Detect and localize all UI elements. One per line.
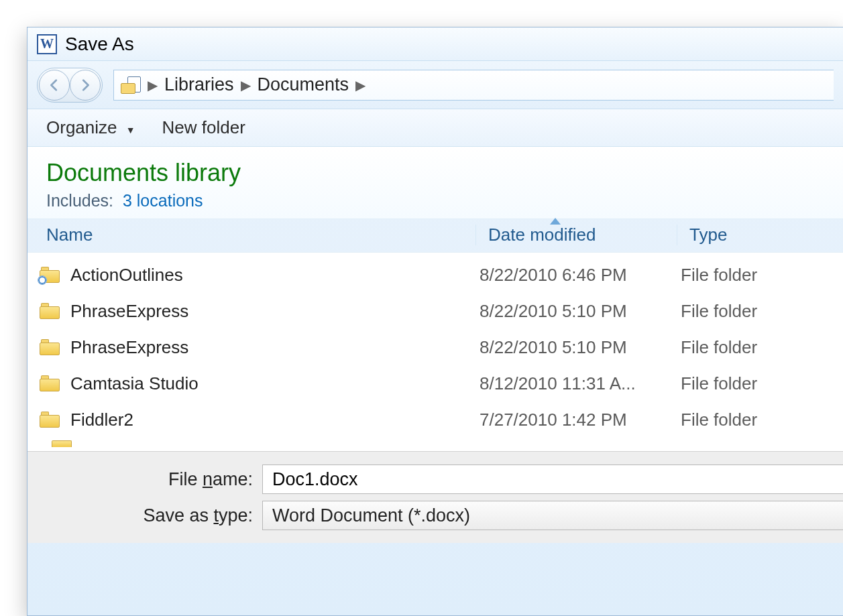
breadcrumb-item[interactable]: Documents xyxy=(258,74,349,95)
sort-ascending-icon xyxy=(550,218,561,225)
save-as-dialog: W Save As ▶ Libraries ▶ Documents ▶ Orga… xyxy=(27,27,843,616)
file-name: ActionOutlines xyxy=(70,265,473,286)
nav-back-button[interactable] xyxy=(39,70,70,101)
file-type: File folder xyxy=(674,337,824,358)
save-form: File name: Save as type: Word Document (… xyxy=(27,451,843,543)
filename-label: File name: xyxy=(27,469,253,490)
file-type: File folder xyxy=(674,265,824,286)
address-bar[interactable]: ▶ Libraries ▶ Documents ▶ xyxy=(113,70,834,101)
file-date: 8/22/2010 5:10 PM xyxy=(473,337,674,358)
library-heading: Documents library xyxy=(46,159,824,187)
arrow-right-icon xyxy=(78,78,93,93)
filename-row: File name: xyxy=(27,461,843,497)
list-item[interactable]: Fiddler2 7/27/2010 1:42 PM File folder xyxy=(40,402,824,438)
list-item[interactable]: PhraseExpress 8/22/2010 5:10 PM File fol… xyxy=(40,329,824,365)
column-header-date-modified[interactable]: Date modified xyxy=(475,225,677,245)
file-date: 8/12/2010 11:31 A... xyxy=(473,373,674,394)
folder-icon xyxy=(40,375,60,391)
breadcrumb-separator-icon: ▶ xyxy=(353,77,368,93)
save-as-type-row: Save as type: Word Document (*.docx) xyxy=(27,497,843,534)
save-as-type-combobox[interactable]: Word Document (*.docx) xyxy=(262,501,843,530)
file-name: PhraseExpress xyxy=(70,337,473,358)
library-subheading: Includes: 3 locations xyxy=(46,191,824,210)
file-type: File folder xyxy=(674,410,824,430)
file-list[interactable]: ActionOutlines 8/22/2010 6:46 PM File fo… xyxy=(27,253,843,451)
navigation-bar: ▶ Libraries ▶ Documents ▶ xyxy=(27,61,843,109)
content-header: Documents library Includes: 3 locations xyxy=(27,147,843,219)
file-name: Camtasia Studio xyxy=(70,373,473,394)
nav-forward-button[interactable] xyxy=(70,70,101,101)
file-name: PhraseExpress xyxy=(70,301,473,322)
folder-icon xyxy=(40,267,60,283)
breadcrumb-item[interactable]: Libraries xyxy=(164,74,234,95)
toolbar: Organize ▼ New folder xyxy=(27,109,843,147)
list-item[interactable]: Camtasia Studio 8/12/2010 11:31 A... Fil… xyxy=(40,365,824,402)
nav-button-group xyxy=(37,68,103,103)
word-app-icon: W xyxy=(37,34,57,54)
titlebar: W Save As xyxy=(27,27,843,61)
folder-icon xyxy=(40,303,60,319)
save-as-type-value: Word Document (*.docx) xyxy=(272,505,470,526)
list-item[interactable]: ActionOutlines 8/22/2010 6:46 PM File fo… xyxy=(40,257,824,293)
organize-menu[interactable]: Organize ▼ xyxy=(46,117,135,138)
folder-icon xyxy=(40,339,60,355)
column-header-name[interactable]: Name xyxy=(46,225,475,245)
new-folder-button[interactable]: New folder xyxy=(162,117,245,138)
organize-label: Organize xyxy=(46,117,117,137)
arrow-left-icon xyxy=(47,78,62,93)
filename-input[interactable] xyxy=(262,465,843,494)
file-name: Fiddler2 xyxy=(70,410,473,430)
column-headers: Name Date modified Type xyxy=(27,219,843,253)
file-date: 8/22/2010 6:46 PM xyxy=(473,265,674,286)
column-header-type[interactable]: Type xyxy=(677,225,824,245)
file-type: File folder xyxy=(674,301,824,322)
locations-link[interactable]: 3 locations xyxy=(123,191,203,210)
breadcrumb-separator-icon: ▶ xyxy=(145,77,160,93)
chevron-down-icon: ▼ xyxy=(122,125,135,135)
file-date: 7/27/2010 1:42 PM xyxy=(473,410,674,430)
window-title: Save As xyxy=(65,34,134,55)
folder-icon xyxy=(52,440,72,447)
save-as-type-label: Save as type: xyxy=(27,505,253,526)
list-item[interactable]: PhraseExpress 8/22/2010 5:10 PM File fol… xyxy=(40,293,824,329)
libraries-icon xyxy=(121,76,141,94)
breadcrumb-separator-icon: ▶ xyxy=(238,77,254,93)
folder-icon xyxy=(40,412,60,428)
file-type: File folder xyxy=(674,373,824,394)
file-date: 8/22/2010 5:10 PM xyxy=(473,301,674,322)
includes-label: Includes: xyxy=(46,191,113,210)
